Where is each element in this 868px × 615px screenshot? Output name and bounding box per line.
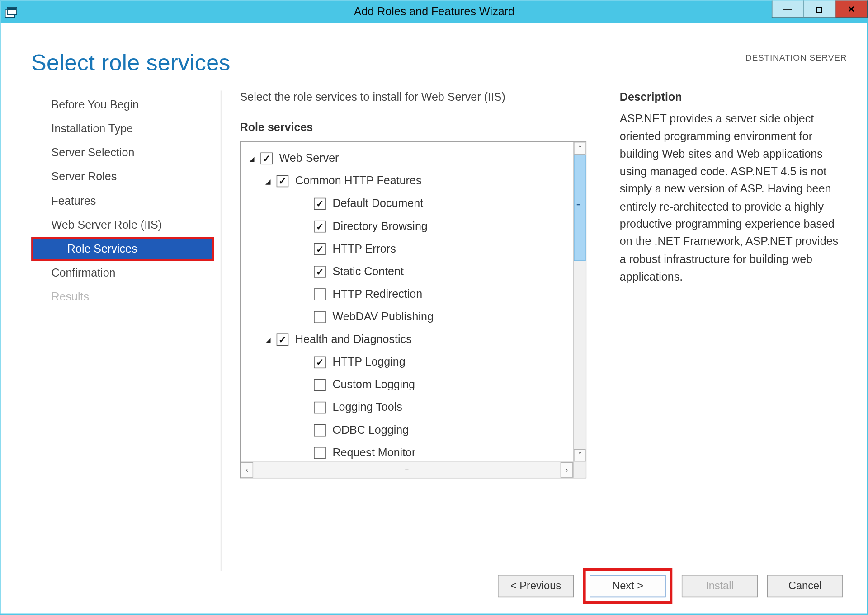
tree-section: Select the role services to install for … <box>240 90 593 571</box>
checkbox[interactable] <box>260 153 273 165</box>
tree-node-label: HTTP Logging <box>333 356 406 369</box>
install-button: Install <box>682 575 758 597</box>
checkbox[interactable] <box>314 288 326 300</box>
scrollbar-corner <box>573 461 586 477</box>
step-server-selection[interactable]: Server Selection <box>31 141 214 165</box>
destination-block: DESTINATION SERVER <box>745 50 847 64</box>
page-header: Select role services DESTINATION SERVER <box>1 23 867 76</box>
next-button-highlight: Next > <box>583 568 673 604</box>
maximize-button[interactable]: ◻ <box>804 0 836 18</box>
tree-node[interactable]: Web Server <box>245 147 571 170</box>
scrollbar-horizontal[interactable]: ‹ ≡ › <box>241 461 573 477</box>
step-web-server-role[interactable]: Web Server Role (IIS) <box>31 213 214 237</box>
checkbox[interactable] <box>314 311 326 323</box>
expander-icon[interactable] <box>263 177 273 186</box>
tree-node[interactable]: WebDAV Publishing <box>245 306 571 329</box>
step-server-roles[interactable]: Server Roles <box>31 165 214 189</box>
scroll-track-horizontal[interactable]: ≡ <box>253 462 561 478</box>
checkbox[interactable] <box>314 243 326 255</box>
expander-spacer <box>301 426 310 435</box>
tree-node[interactable]: Health and Diagnostics <box>245 329 571 351</box>
checkbox[interactable] <box>314 221 326 233</box>
tree-node-label: ODBC Logging <box>333 423 409 437</box>
scroll-thumb-vertical[interactable] <box>574 155 586 261</box>
window-title: Add Roles and Features Wizard <box>0 5 868 19</box>
tree-node-label: Default Document <box>333 197 424 210</box>
tree-node-label: Static Content <box>333 265 404 278</box>
tree-node-label: Directory Browsing <box>333 220 428 233</box>
expander-spacer <box>301 222 310 231</box>
checkbox[interactable] <box>314 447 326 459</box>
tree-node[interactable]: Custom Logging <box>245 374 571 396</box>
scrollbar-vertical[interactable]: ˄ ˅ <box>573 142 586 462</box>
description-text: ASP.NET provides a server side object or… <box>620 111 844 286</box>
description-section: Description ASP.NET provides a server si… <box>620 90 847 571</box>
checkbox[interactable] <box>314 424 326 437</box>
checkbox[interactable] <box>314 379 326 391</box>
checkbox[interactable] <box>314 266 326 278</box>
expander-spacer <box>301 380 310 390</box>
scroll-down-icon[interactable]: ˅ <box>574 449 586 461</box>
tree-node-label: Health and Diagnostics <box>295 333 412 346</box>
tree-heading: Role services <box>240 121 593 134</box>
description-heading: Description <box>620 90 844 103</box>
tree-node[interactable]: HTTP Errors <box>245 238 571 260</box>
cancel-button[interactable]: Cancel <box>767 575 843 597</box>
expander-spacer <box>301 290 310 299</box>
tree-node-label: Web Server <box>279 152 339 165</box>
window-buttons: — ◻ ✕ <box>772 0 868 18</box>
expander-spacer <box>301 244 310 254</box>
checkbox[interactable] <box>277 333 289 346</box>
tree-node[interactable]: Request Monitor <box>245 441 571 461</box>
scroll-left-icon[interactable]: ‹ <box>241 462 253 478</box>
instruction-text: Select the role services to install for … <box>240 90 593 103</box>
scroll-track-vertical[interactable] <box>574 155 586 449</box>
tree-node[interactable]: Directory Browsing <box>245 215 571 238</box>
close-button[interactable]: ✕ <box>835 0 868 18</box>
expander-spacer <box>301 199 310 209</box>
tree-node-label: Common HTTP Features <box>295 174 421 188</box>
previous-button[interactable]: < Previous <box>498 575 574 597</box>
step-before-you-begin[interactable]: Before You Begin <box>31 93 214 117</box>
checkbox[interactable] <box>314 198 326 210</box>
tree-node[interactable]: Logging Tools <box>245 396 571 419</box>
checkbox[interactable] <box>277 175 289 188</box>
step-installation-type[interactable]: Installation Type <box>31 117 214 141</box>
scroll-right-icon[interactable]: › <box>561 462 573 478</box>
scroll-up-icon[interactable]: ˄ <box>574 142 586 155</box>
step-results: Results <box>31 285 214 309</box>
checkbox[interactable] <box>314 357 326 369</box>
step-features[interactable]: Features <box>31 189 214 213</box>
tree-node[interactable]: Static Content <box>245 260 571 283</box>
expander-spacer <box>301 448 310 458</box>
tree-node-label: Custom Logging <box>333 378 415 391</box>
svg-rect-2 <box>8 8 16 10</box>
expander-spacer <box>301 403 310 413</box>
expander-icon[interactable] <box>263 335 273 344</box>
main-panel: Select the role services to install for … <box>221 90 847 571</box>
wizard-steps: Before You Begin Installation Type Serve… <box>31 90 221 571</box>
server-manager-icon <box>5 6 18 18</box>
tree-node-label: Logging Tools <box>333 401 402 414</box>
role-services-tree: Web ServerCommon HTTP FeaturesDefault Do… <box>240 141 586 478</box>
titlebar: Add Roles and Features Wizard — ◻ ✕ <box>0 0 868 23</box>
tree-node-label: WebDAV Publishing <box>333 310 434 324</box>
step-confirmation[interactable]: Confirmation <box>31 261 214 285</box>
wizard-window: Add Roles and Features Wizard — ◻ ✕ Sele… <box>0 0 868 615</box>
expander-spacer <box>301 267 310 277</box>
step-role-services[interactable]: Role Services <box>31 237 214 261</box>
main-columns: Before You Begin Installation Type Serve… <box>1 76 867 571</box>
tree-node[interactable]: Common HTTP Features <box>245 170 571 192</box>
minimize-button[interactable]: — <box>772 0 804 18</box>
expander-spacer <box>301 312 310 322</box>
expander-icon[interactable] <box>247 154 257 163</box>
checkbox[interactable] <box>314 402 326 414</box>
tree-node[interactable]: HTTP Logging <box>245 351 571 374</box>
next-button[interactable]: Next > <box>590 575 665 597</box>
tree-node[interactable]: ODBC Logging <box>245 419 571 441</box>
tree-node[interactable]: Default Document <box>245 192 571 215</box>
tree-node[interactable]: HTTP Redirection <box>245 283 571 305</box>
tree-node-label: HTTP Redirection <box>333 288 423 301</box>
tree-node-label: Request Monitor <box>333 446 416 460</box>
destination-label: DESTINATION SERVER <box>745 52 847 62</box>
